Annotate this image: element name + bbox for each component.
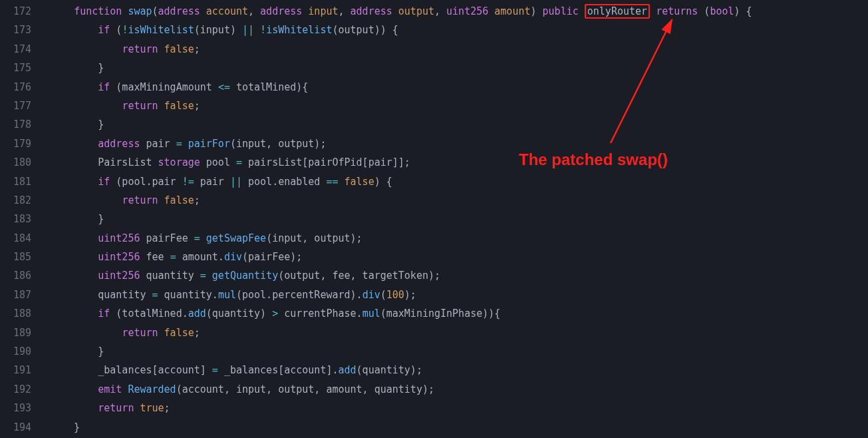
code-content[interactable]: emit Rewarded(account, input, output, am…	[50, 381, 868, 399]
code-line[interactable]: 186 uint256 quantity = getQuantity(outpu…	[0, 267, 868, 286]
code-content[interactable]: PairsList storage pool = pairsList[pairO…	[50, 154, 868, 172]
code-token	[650, 5, 656, 17]
code-token: storage	[158, 156, 200, 168]
code-content[interactable]: return false;	[50, 97, 868, 116]
code-content[interactable]: address pair = pairFor(input, output);	[50, 135, 868, 154]
code-token: address	[98, 138, 140, 150]
code-line[interactable]: 192 emit Rewarded(account, input, output…	[0, 381, 868, 399]
code-token: ) {	[734, 5, 752, 17]
code-token: =	[236, 156, 242, 168]
code-token: (pool.percentReward).	[236, 289, 362, 301]
code-token: false	[164, 43, 194, 55]
code-token: amount	[494, 5, 530, 17]
code-line[interactable]: 194 }	[0, 419, 868, 437]
code-token: _balances[account]	[50, 364, 212, 376]
line-number: 178	[0, 116, 50, 134]
code-token: return	[122, 100, 158, 112]
code-line[interactable]: 180 PairsList storage pool = pairsList[p…	[0, 154, 868, 172]
code-line[interactable]: 173 if (!isWhitelist(input) || !isWhitel…	[0, 21, 868, 40]
code-content[interactable]: }	[50, 116, 868, 134]
code-token: ;	[194, 100, 200, 112]
code-content[interactable]: _balances[account] = _balances[account].…	[50, 361, 868, 380]
code-token: if	[98, 81, 110, 93]
code-token: ==	[326, 176, 338, 188]
code-content[interactable]: uint256 pairFee = getSwapFee(input, outp…	[50, 230, 868, 248]
code-token: =	[170, 251, 176, 263]
code-token: totalMined){	[230, 81, 308, 93]
code-content[interactable]: function swap(address account, address i…	[50, 3, 868, 21]
code-token: (input)	[194, 24, 242, 36]
code-content[interactable]: uint256 fee = amount.div(pairFee);	[50, 248, 868, 267]
code-token	[579, 5, 585, 17]
code-token: uint256	[98, 232, 140, 244]
code-token: false	[164, 100, 194, 112]
code-token: swap	[128, 5, 152, 17]
code-token: )	[531, 5, 543, 17]
code-token	[50, 24, 98, 36]
code-content[interactable]: return true;	[50, 399, 868, 418]
code-line[interactable]: 183 }	[0, 210, 868, 229]
code-line[interactable]: 172 function swap(address account, addre…	[0, 3, 868, 21]
code-content[interactable]: return false;	[50, 192, 868, 210]
code-content[interactable]: if (maxMiningAmount <= totalMined){	[50, 79, 868, 97]
code-token: ||	[242, 24, 254, 36]
code-token: !	[260, 24, 266, 36]
code-line[interactable]: 174 return false;	[0, 41, 868, 59]
code-content[interactable]: if (totalMined.add(quantity) > currentPh…	[50, 305, 868, 324]
code-token: if	[98, 308, 110, 320]
code-token: return	[122, 194, 158, 206]
code-token: ;	[194, 194, 200, 206]
code-token: return	[122, 43, 158, 55]
line-number: 193	[0, 399, 50, 418]
code-content[interactable]: return false;	[50, 41, 868, 59]
code-line[interactable]: 177 return false;	[0, 97, 868, 116]
code-line[interactable]: 189 return false;	[0, 324, 868, 343]
code-token: false	[345, 176, 374, 188]
code-line[interactable]: 182 return false;	[0, 192, 868, 210]
code-token	[50, 270, 98, 282]
code-line[interactable]: 181 if (pool.pair != pair || pool.enable…	[0, 173, 868, 192]
code-content[interactable]: uint256 quantity = getQuantity(output, f…	[50, 267, 868, 286]
code-token	[339, 176, 345, 188]
code-token: 100	[386, 289, 404, 301]
code-token	[158, 43, 164, 55]
code-line[interactable]: 184 uint256 pairFee = getSwapFee(input, …	[0, 230, 868, 248]
code-line[interactable]: 190 }	[0, 343, 868, 361]
code-token: =	[152, 289, 158, 301]
code-token: uint256	[98, 270, 140, 282]
code-token: }	[50, 213, 104, 225]
line-number: 177	[0, 97, 50, 116]
code-line[interactable]: 193 return true;	[0, 399, 868, 418]
code-line[interactable]: 176 if (maxMiningAmount <= totalMined){	[0, 79, 868, 97]
code-token: pair	[140, 138, 176, 150]
code-line[interactable]: 188 if (totalMined.add(quantity) > curre…	[0, 305, 868, 324]
code-token	[50, 5, 74, 17]
code-line[interactable]: 185 uint256 fee = amount.div(pairFee);	[0, 248, 868, 267]
code-token	[50, 402, 98, 414]
code-line[interactable]: 187 quantity = quantity.mul(pool.percent…	[0, 286, 868, 305]
code-token	[50, 81, 98, 93]
code-content[interactable]: quantity = quantity.mul(pool.percentRewa…	[50, 286, 868, 305]
code-content[interactable]: }	[50, 210, 868, 229]
code-line[interactable]: 191 _balances[account] = _balances[accou…	[0, 361, 868, 380]
code-line[interactable]: 178 }	[0, 116, 868, 134]
code-token: div	[224, 251, 242, 263]
code-token: isWhitelist	[128, 24, 194, 36]
code-token: getQuantity	[212, 270, 278, 282]
code-line[interactable]: 179 address pair = pairFor(input, output…	[0, 135, 868, 154]
code-content[interactable]: }	[50, 59, 868, 78]
code-content[interactable]: return false;	[50, 324, 868, 343]
code-token: (pool.pair	[110, 176, 182, 188]
code-content[interactable]: }	[50, 343, 868, 361]
code-content[interactable]: if (pool.pair != pair || pool.enabled ==…	[50, 173, 868, 192]
code-token: output	[398, 5, 434, 17]
code-content[interactable]: if (!isWhitelist(input) || !isWhitelist(…	[50, 21, 868, 40]
code-token	[50, 176, 98, 188]
code-token	[50, 383, 98, 395]
code-token	[50, 232, 98, 244]
code-token: <=	[218, 81, 230, 93]
code-line[interactable]: 175 }	[0, 59, 868, 78]
code-token: add	[188, 308, 206, 320]
code-editor[interactable]: 172 function swap(address account, addre…	[0, 0, 868, 437]
code-content[interactable]: }	[50, 419, 868, 437]
